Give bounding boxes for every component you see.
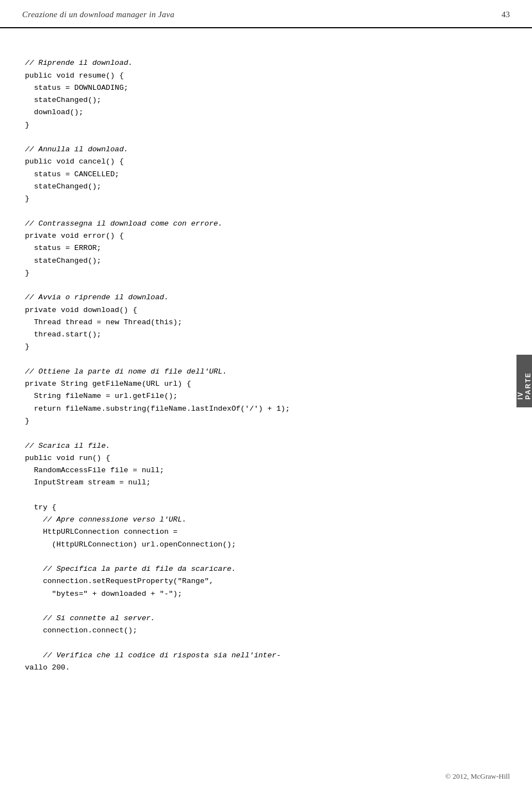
- code-line: thread.start();: [25, 330, 101, 339]
- comment-line: // Specifica la parte di file da scarica…: [25, 565, 236, 573]
- code-line: download();: [25, 108, 83, 116]
- code-line: private void download() {: [25, 306, 137, 314]
- code-block: // Riprende il download. public void res…: [25, 45, 493, 687]
- code-line: String fileName = url.getFile();: [25, 392, 177, 400]
- page-header: Creazione di un download manager in Java…: [0, 0, 532, 28]
- code-line: stateChanged();: [25, 96, 101, 104]
- code-line: public void cancel() {: [25, 157, 124, 166]
- code-line: private String getFileName(URL url) {: [25, 380, 191, 388]
- code-line: return fileName.substring(fileName.lastI…: [25, 405, 290, 413]
- code-line: status = DOWNLOADING;: [25, 84, 128, 92]
- code-line: }: [25, 121, 29, 129]
- code-line: }: [25, 195, 29, 203]
- code-line: HttpURLConnection connection =: [25, 528, 177, 536]
- code-line: }: [25, 269, 29, 277]
- comment-line: // Annulla il download.: [25, 145, 128, 154]
- code-line: }: [25, 417, 29, 425]
- page-footer: © 2012, McGraw-Hill: [446, 772, 510, 781]
- main-content: // Riprende il download. public void res…: [0, 28, 532, 703]
- code-line: "bytes=" + downloaded + "-");: [25, 590, 182, 598]
- code-line: private void error() {: [25, 232, 124, 240]
- comment-line: // Riprende il download.: [25, 59, 132, 67]
- header-page-number: 43: [502, 10, 510, 19]
- comment-line: // Contrassegna il download come con err…: [25, 219, 222, 228]
- code-line: try {: [25, 503, 57, 512]
- code-line: status = CANCELLED;: [25, 170, 119, 178]
- code-line: RandomAccessFile file = null;: [25, 466, 164, 474]
- code-line: (HttpURLConnection) url.openConnection()…: [25, 540, 236, 549]
- comment-line: // Scarica il file.: [25, 442, 110, 450]
- side-tab: PARTE IV: [516, 355, 532, 407]
- comment-line: // Apre connessione verso l'URL.: [25, 515, 187, 524]
- comment-line: // Avvia o riprende il download.: [25, 293, 168, 302]
- header-title: Creazione di un download manager in Java: [22, 10, 175, 19]
- code-line: Thread thread = new Thread(this);: [25, 318, 182, 326]
- code-line: connection.setRequestProperty("Range",: [25, 577, 213, 585]
- code-line: }: [25, 343, 29, 351]
- comment-line: // Verifica che il codice di risposta si…: [25, 651, 281, 660]
- comment-line: // Si connette al server.: [25, 614, 155, 622]
- code-line: connection.connect();: [25, 626, 137, 635]
- code-line: stateChanged();: [25, 257, 101, 265]
- code-line: public void resume() {: [25, 71, 124, 80]
- code-line: InputStream stream = null;: [25, 478, 151, 487]
- code-line: public void run() {: [25, 454, 110, 462]
- code-line: stateChanged();: [25, 182, 101, 191]
- code-line: status = ERROR;: [25, 244, 101, 252]
- code-line: vallo 200.: [25, 663, 70, 672]
- comment-line: // Ottiene la parte di nome di file dell…: [25, 367, 227, 376]
